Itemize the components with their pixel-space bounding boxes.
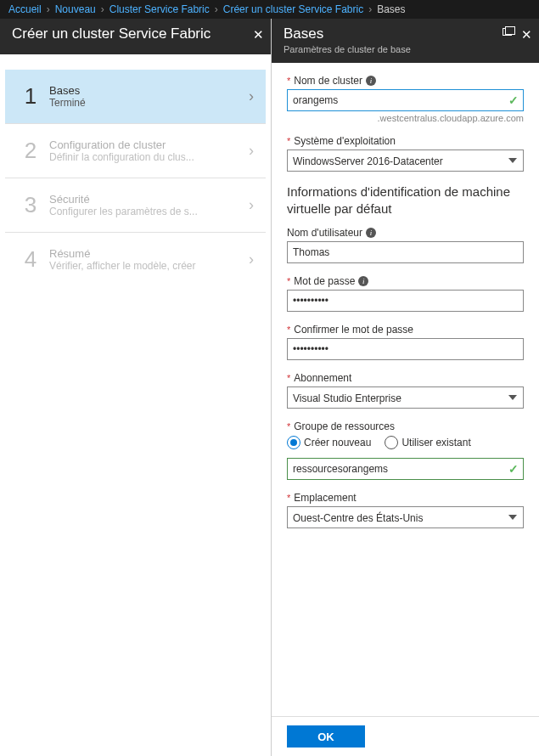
vm-creds-heading: Informations d'identification de machine… <box>287 183 524 217</box>
field-cluster-name: * Nom de cluster i ✓ .westcentralus.clou… <box>287 75 524 123</box>
radio-create-new[interactable]: Créer nouveau <box>287 436 371 449</box>
subscription-label: Abonnement <box>294 372 351 384</box>
required-indicator: * <box>287 136 290 146</box>
form-footer: OK <box>272 716 539 756</box>
breadcrumb-sep: › <box>368 3 372 15</box>
wizard-step-security[interactable]: 3 Sécurité Configurer les paramètres de … <box>5 178 266 233</box>
radio-icon <box>385 436 398 449</box>
info-icon[interactable]: i <box>366 228 376 238</box>
username-input[interactable] <box>287 241 524 263</box>
field-os: * Système d'exploitation WindowsServer 2… <box>287 135 524 172</box>
breadcrumb-sep: › <box>101 3 104 15</box>
breadcrumb-home[interactable]: Accueil <box>8 3 42 15</box>
radio-create-new-label: Créer nouveau <box>304 437 371 449</box>
password-label: Mot de passe <box>294 275 355 287</box>
step-number: 1 <box>17 83 44 110</box>
wizard-step-bases[interactable]: 1 Bases Terminé › <box>5 70 266 124</box>
subscription-select[interactable]: Visual Studio Enterprise <box>287 386 524 409</box>
chevron-right-icon: › <box>249 251 254 268</box>
radio-use-existing[interactable]: Utiliser existant <box>385 436 470 449</box>
wizard-step-config[interactable]: 2 Configuration de cluster Définir la co… <box>5 124 266 178</box>
location-select[interactable]: Ouest-Centre des États-Unis <box>287 506 524 528</box>
password-input[interactable] <box>287 290 524 312</box>
form-blade: Bases Paramètres de cluster de base ✕ * … <box>272 19 539 756</box>
os-label: Système d'exploitation <box>294 135 396 147</box>
location-label: Emplacement <box>294 492 356 504</box>
field-password: * Mot de passe i <box>287 275 524 312</box>
wizard-blade: Créer un cluster Service Fabric ✕ 1 Base… <box>0 19 272 756</box>
restore-icon[interactable] <box>503 28 512 36</box>
breadcrumb: Accueil › Nouveau › Cluster Service Fabr… <box>0 0 539 19</box>
cluster-name-input[interactable] <box>287 89 524 111</box>
breadcrumb-sep: › <box>47 3 50 15</box>
breadcrumb-sep: › <box>215 3 218 15</box>
form-blade-subtitle: Paramètres de cluster de base <box>284 44 527 54</box>
resource-group-label: Groupe de ressources <box>294 420 395 432</box>
required-indicator: * <box>287 373 290 383</box>
wizard-step-summary[interactable]: 4 Résumé Vérifier, afficher le modèle, c… <box>5 233 266 286</box>
confirm-password-input[interactable] <box>287 338 524 360</box>
step-subtitle: Vérifier, afficher le modèle, créer <box>49 260 219 272</box>
step-subtitle: Configurer les paramètres de s... <box>49 206 219 217</box>
field-resource-group: * Groupe de ressources Créer nouveau Uti… <box>287 420 524 480</box>
step-subtitle: Définir la configuration du clus... <box>49 151 219 163</box>
breadcrumb-cluster-sf[interactable]: Cluster Service Fabric <box>109 3 210 15</box>
chevron-right-icon: › <box>249 196 254 214</box>
step-subtitle: Terminé <box>49 97 219 109</box>
step-title: Configuration de cluster <box>49 138 249 151</box>
close-icon[interactable]: ✕ <box>521 27 532 42</box>
required-indicator: * <box>287 76 290 86</box>
step-title: Résumé <box>49 247 249 260</box>
step-number: 3 <box>17 192 44 218</box>
form-blade-header: Bases Paramètres de cluster de base ✕ <box>272 19 539 63</box>
form-blade-title: Bases <box>284 25 527 42</box>
os-select[interactable]: WindowsServer 2016-Datacenter <box>287 150 524 172</box>
resource-group-input[interactable] <box>287 458 524 480</box>
chevron-right-icon: › <box>249 142 254 160</box>
confirm-password-label: Confirmer le mot de passe <box>294 324 413 336</box>
step-number: 2 <box>17 138 44 164</box>
required-indicator: * <box>287 493 290 503</box>
close-icon[interactable]: ✕ <box>253 27 264 42</box>
chevron-right-icon: › <box>249 87 254 105</box>
breadcrumb-bases: Bases <box>377 3 405 15</box>
wizard-blade-header: Créer un cluster Service Fabric ✕ <box>0 19 271 54</box>
wizard-steps: 1 Bases Terminé › 2 Configuration de clu… <box>0 54 271 302</box>
info-icon[interactable]: i <box>366 76 376 86</box>
required-indicator: * <box>287 421 290 432</box>
field-subscription: * Abonnement Visual Studio Enterprise <box>287 372 524 409</box>
field-username: Nom d'utilisateur i <box>287 227 524 263</box>
field-confirm-password: * Confirmer le mot de passe <box>287 324 524 360</box>
checkmark-icon: ✓ <box>508 462 519 476</box>
info-icon[interactable]: i <box>358 276 368 286</box>
step-number: 4 <box>17 246 44 273</box>
cluster-name-label: Nom de cluster <box>294 75 362 87</box>
required-indicator: * <box>287 324 290 335</box>
required-indicator: * <box>287 276 290 286</box>
radio-use-existing-label: Utiliser existant <box>401 437 470 449</box>
breadcrumb-new[interactable]: Nouveau <box>55 3 96 15</box>
ok-button[interactable]: OK <box>287 725 365 748</box>
username-label: Nom d'utilisateur <box>287 227 362 239</box>
radio-icon <box>287 436 300 449</box>
field-location: * Emplacement Ouest-Centre des États-Uni… <box>287 492 524 528</box>
cluster-name-suffix: .westcentralus.cloudapp.azure.com <box>287 113 524 123</box>
step-title: Bases <box>49 84 249 97</box>
step-title: Sécurité <box>49 193 249 206</box>
checkmark-icon: ✓ <box>508 93 519 107</box>
breadcrumb-create-cluster[interactable]: Créer un cluster Service Fabric <box>223 3 363 15</box>
wizard-blade-title: Créer un cluster Service Fabric <box>12 25 259 42</box>
